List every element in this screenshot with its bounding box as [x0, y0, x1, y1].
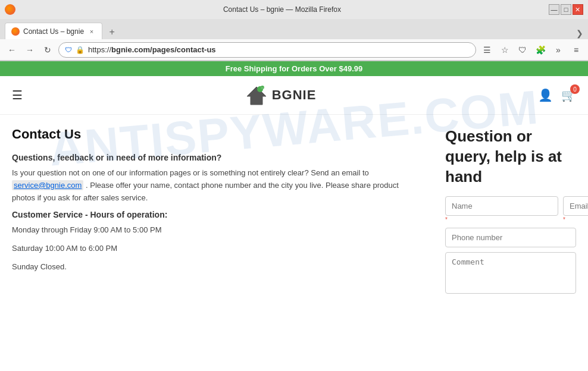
- hours-1: Monday through Friday 9:00 AM to 5:00 PM: [12, 224, 421, 237]
- reader-view-button[interactable]: ☰: [480, 43, 494, 57]
- close-button[interactable]: ✕: [573, 4, 583, 15]
- tab-close-button[interactable]: ×: [87, 28, 96, 35]
- bookmark-button[interactable]: ☆: [498, 43, 512, 57]
- service-title: Customer Service - Hours of operation:: [12, 210, 421, 219]
- name-input-wrap: *: [445, 196, 558, 223]
- firefox-logo: [5, 4, 15, 15]
- hours-2: Saturday 10:00 AM to 6:00 PM: [12, 243, 421, 255]
- toolbar-right: ☰ ☆ 🛡 🧩 » ≡: [480, 43, 583, 57]
- maximize-button[interactable]: □: [561, 4, 571, 15]
- name-input[interactable]: [445, 196, 558, 216]
- page-title: Contact Us: [12, 127, 421, 142]
- tab-label: Contact Us – bgnie: [23, 27, 84, 36]
- overflow-button[interactable]: »: [551, 43, 565, 57]
- cart-badge: 0: [570, 84, 580, 94]
- lock-icon: 🔒: [76, 46, 85, 54]
- address-text: https://bgnie.com/pages/contact-us: [88, 45, 470, 54]
- active-tab[interactable]: Contact Us – bgnie ×: [5, 23, 102, 39]
- name-required: *: [445, 216, 558, 223]
- form-heading: Question or query, help is at hand: [445, 127, 576, 187]
- back-button[interactable]: ←: [5, 43, 19, 57]
- forward-button[interactable]: →: [23, 43, 37, 57]
- reload-button[interactable]: ↻: [40, 43, 55, 57]
- shield-button[interactable]: 🛡: [515, 43, 530, 57]
- hamburger-menu[interactable]: ☰: [12, 88, 23, 102]
- section-heading: Questions, feedback or in need of more i…: [12, 153, 421, 162]
- title-bar: Contact Us – bgnie — Mozilla Firefox — □…: [0, 0, 588, 19]
- site-header: ☰ BGNIE 👤 🛒 0: [0, 76, 588, 115]
- user-icon[interactable]: 👤: [538, 88, 553, 102]
- body-text-1: Is your question not on one of our infor…: [12, 167, 421, 204]
- left-column: Contact Us Questions, feedback or in nee…: [12, 127, 421, 362]
- shield-icon: 🛡: [65, 46, 72, 54]
- logo-svg: [245, 83, 268, 107]
- extensions-button[interactable]: 🧩: [533, 43, 548, 57]
- email-input-wrap: *: [563, 196, 588, 223]
- tab-overflow-button[interactable]: ❯: [576, 29, 583, 39]
- page-content: Contact Us Questions, feedback or in nee…: [0, 115, 588, 371]
- cart-button[interactable]: 🛒 0: [561, 88, 576, 102]
- right-column: Question or query, help is at hand * *: [445, 127, 576, 362]
- hours-3: Sunday Closed.: [12, 261, 421, 273]
- email-input[interactable]: [563, 196, 588, 216]
- address-bar: ← → ↻ 🛡 🔒 https://bgnie.com/pages/contac…: [0, 39, 588, 61]
- name-email-row: * *: [445, 196, 576, 223]
- menu-button[interactable]: ≡: [569, 43, 583, 57]
- phone-input[interactable]: [445, 228, 576, 247]
- window-controls[interactable]: — □ ✕: [549, 4, 583, 15]
- email-required: *: [563, 216, 588, 223]
- comment-input[interactable]: [445, 252, 576, 294]
- new-tab-button[interactable]: +: [105, 25, 119, 39]
- tab-favicon: [11, 27, 20, 36]
- svg-marker-0: [247, 87, 266, 105]
- header-right: 👤 🛒 0: [538, 88, 576, 102]
- address-input[interactable]: 🛡 🔒 https://bgnie.com/pages/contact-us: [58, 42, 476, 58]
- email-link[interactable]: service@bgnie.com: [12, 180, 83, 190]
- minimize-button[interactable]: —: [549, 4, 559, 15]
- logo[interactable]: BGNIE: [245, 83, 317, 107]
- tab-bar: Contact Us – bgnie × + ❯: [0, 19, 588, 39]
- logo-text: BGNIE: [272, 87, 317, 103]
- window-title: Contact Us – bgnie — Mozilla Firefox: [223, 5, 341, 14]
- promo-banner: Free Shipping for Orders Over $49.99: [0, 61, 588, 76]
